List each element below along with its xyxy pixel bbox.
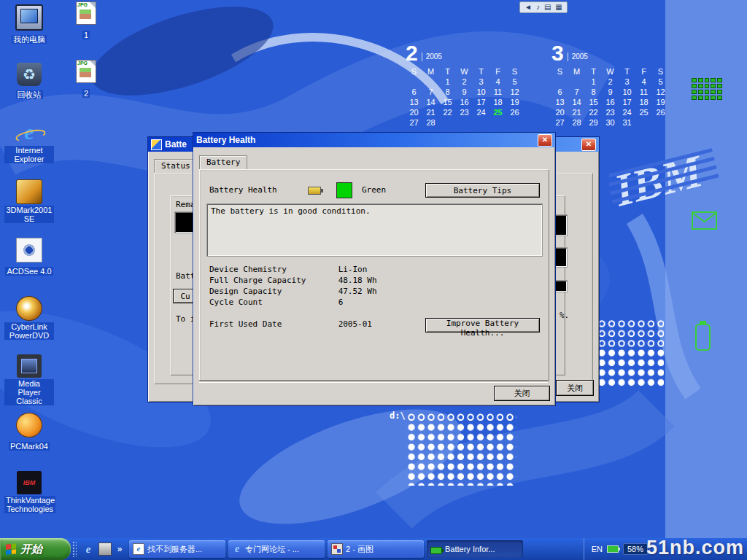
desktop-icon[interactable]: Internet Explorer [4,120,54,178]
calendar-date: 28 [422,117,439,128]
calendar-date [652,117,669,128]
battery-tips-button[interactable]: Battery Tips [425,183,540,198]
calendar-day-header: S [406,66,422,77]
desktop-icon[interactable]: Media Player Classic [4,353,54,411]
task-label: 专门网论坛 - ... [245,544,299,555]
language-indicator[interactable]: EN [592,545,603,553]
desktop-file-label: 2 [82,89,90,98]
desktop-icon[interactable]: CyberLink PowerDVD [4,295,54,353]
tab-battery[interactable]: Battery [199,155,247,169]
calendar-date: 14 [422,97,439,107]
calendar-day-headers: SMTWTFS [406,66,523,77]
calendar-date: 26 [506,107,523,117]
close-icon[interactable]: ✕ [538,134,552,147]
task-icon [331,543,343,555]
quicklaunch-ie-icon[interactable]: e [82,543,94,555]
calendar-date [439,117,456,128]
taskbar-task-button[interactable]: 专门网论坛 - ... [228,540,325,558]
desktop-file-icon[interactable]: JPG 1 [67,0,105,58]
battery-decoration-icon [693,319,713,353]
field-row: Design Capacity 47.52 Wh [209,286,377,297]
dot-grid-decoration [597,348,664,388]
ibm-logo-decoration: IBM [609,142,719,222]
calendar-day-header: M [568,66,585,77]
tab-status[interactable]: Status [154,159,198,173]
audio-toolbar-icon[interactable]: ▦ [555,3,562,12]
dialog-title: Battery Health [196,135,535,145]
taskbar-task-button[interactable]: 2 - 画图 [328,540,424,558]
calendar-date: 11 [489,87,506,97]
close-button[interactable]: 关闭 [494,386,550,401]
start-label: 开始 [20,542,42,556]
first-used-row: First Used Date 2005-01 [209,319,372,330]
calendar-date: 4 [635,77,652,87]
audio-toolbar-icon[interactable]: ♪ [536,3,540,12]
calendar-date: 15 [439,97,456,107]
improve-battery-health-button[interactable]: Improve Battery Health... [425,318,540,332]
desktop-icon-label: Internet Explorer [4,146,54,163]
field-label: Full Charge Capacity [209,275,333,286]
quicklaunch-overflow-icon[interactable]: » [116,543,123,555]
task-icon [232,544,242,554]
calendar-date: 24 [619,107,635,117]
dot-grid-decoration [597,319,664,348]
close-button[interactable]: 关闭 [556,380,594,396]
calendar-date: 27 [551,117,568,128]
task-label: 2 - 画图 [346,544,374,555]
jpg-badge: JPG [77,61,88,66]
desktop-icon[interactable]: 回收站 [4,61,54,120]
start-button[interactable]: 开始 [0,538,71,560]
desktop-icon-image [16,179,42,204]
calendar-date [568,77,585,87]
calendar-date: 18 [635,97,652,107]
battery-health-dialog[interactable]: Battery Health ✕ Battery Battery Health … [193,132,556,406]
audio-toolbar-icon[interactable]: ◄ [525,3,532,12]
desktop-icon-image [17,121,42,144]
field-value: 2005-01 [338,319,372,329]
calendar-day-header: S [652,66,669,77]
desktop-icon[interactable]: ThinkVantage Technologies [4,470,54,528]
quicklaunch-app-icon[interactable] [98,542,112,556]
calendar-date: 16 [456,97,473,107]
windows-flag-icon [6,543,16,554]
task-label: 找不到服务器... [147,544,202,555]
field-row: Cycle Count 6 [209,297,377,308]
field-label: Design Capacity [209,286,333,297]
field-value: 48.18 Wh [338,276,377,285]
desktop-icon-image [16,413,42,438]
calendar-date [406,77,422,87]
quicklaunch-handle[interactable] [72,541,77,557]
calendar-date: 2 [456,77,473,87]
calendar-day-header: T [439,66,456,77]
calendar-date: 15 [585,97,602,107]
field-label: First Used Date [209,319,333,330]
close-icon[interactable]: ✕ [581,139,596,151]
audio-toolbar-icon[interactable]: ▤ [544,3,551,12]
desktop-icon[interactable]: ACDSee 4.0 [4,236,54,295]
calendar-date: 22 [585,107,602,117]
calendar-date: 5 [652,77,669,87]
battery-percentage: 58% [623,543,648,555]
task-label: Battery Infor... [445,545,495,553]
calendar-date [635,117,652,128]
battery-tray-icon[interactable] [607,545,619,553]
taskbar-task-button[interactable]: 找不到服务器... [129,540,225,558]
desktop-icon-label: 3DMark2001 SE [4,206,54,223]
calendar-date: 1 [439,77,456,87]
taskbar: 开始 e » 找不到服务器... 专门网论坛 - ... [0,538,747,560]
dialog-titlebar[interactable]: Battery Health ✕ [193,133,555,147]
desktop-icon[interactable]: 我的电脑 [4,3,54,61]
calendar-date: 23 [602,107,619,117]
calendar-date: 7 [568,87,585,97]
audio-toolbar[interactable]: ◄♪▤▦ [519,1,568,13]
calendar-date: 26 [652,107,669,117]
task-icon [133,543,144,555]
desktop-icon[interactable]: 3DMark2001 SE [4,178,54,236]
field-label: Device Chemistry [209,264,333,275]
desktop-file-icon[interactable]: JPG 2 [67,58,105,117]
desktop-icon[interactable]: PCMark04 [4,411,54,470]
calendar-day-header: W [602,66,619,77]
taskbar-task-button[interactable]: Battery Infor... [427,540,523,558]
condition-textbox[interactable]: The battery is in good condition. [206,203,543,257]
battery-tab-panel: Battery Health Green Battery Tips The ba… [199,169,549,381]
